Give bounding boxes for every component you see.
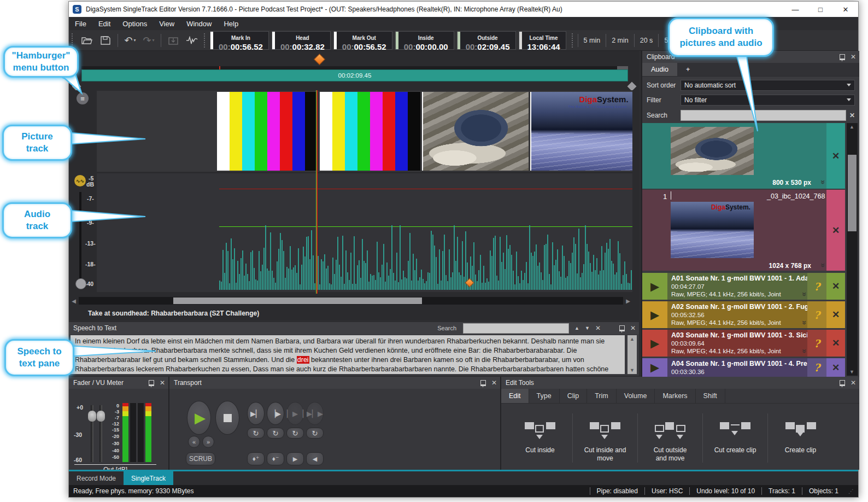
search-prev-icon[interactable]: ▲ bbox=[574, 325, 579, 331]
edit-tools-tab-clip[interactable]: Clip bbox=[560, 389, 588, 403]
speech-scrollbar[interactable]: ▲▼ bbox=[627, 335, 637, 374]
picture-thumb-colorbars-1[interactable] bbox=[217, 92, 318, 171]
hscroll-thumb[interactable] bbox=[173, 297, 422, 304]
sort-order-dropdown[interactable]: No automatic sort bbox=[681, 80, 855, 91]
play-button[interactable]: ▶ bbox=[187, 401, 211, 435]
time-field-local-time[interactable]: Local Time13:06:44 bbox=[519, 31, 566, 50]
waveform-tool-icon[interactable] bbox=[184, 33, 200, 48]
toolbar-grip-3[interactable] bbox=[572, 33, 575, 48]
timeline-range-bar[interactable]: 00:02:09.45 bbox=[81, 69, 628, 81]
clipboard-item-audio-a01[interactable]: ▶ A01 Sonate Nr. 1 g-moll BWV 1001 - 1. … bbox=[642, 273, 845, 300]
prev-marker-button[interactable]: ◀ bbox=[306, 452, 324, 465]
remove-marker-button[interactable]: ♦⁻ bbox=[267, 452, 284, 465]
clipboard-scroll-thumb[interactable] bbox=[848, 155, 857, 231]
zoom-5min-button[interactable]: 5 min bbox=[578, 34, 606, 47]
clipboard-thumb-digasystem[interactable]: DigaSystem. bbox=[671, 202, 754, 258]
search-clear-icon[interactable]: ✕ bbox=[595, 324, 601, 332]
menu-edit[interactable]: Edit bbox=[92, 17, 116, 30]
speech-search-input[interactable] bbox=[463, 323, 569, 334]
picture-thumb-digasystem[interactable]: DigaSystem. The Radio & TV Operating Sys… bbox=[530, 92, 632, 171]
hscroll-left-arrow[interactable]: ◀ bbox=[69, 298, 79, 304]
fader-close-icon[interactable]: ✕ bbox=[160, 379, 165, 387]
expand-chevron-icon[interactable]: « bbox=[799, 349, 807, 353]
forward-button[interactable]: » bbox=[202, 436, 214, 448]
zoom-2min-button[interactable]: 2 min bbox=[606, 34, 634, 47]
open-file-icon[interactable] bbox=[79, 33, 95, 48]
fader-knob-left[interactable] bbox=[88, 411, 96, 422]
audio-waveform[interactable] bbox=[219, 224, 632, 290]
clipboard-thumb-lizard[interactable] bbox=[671, 127, 754, 175]
edit-tools-pin-icon[interactable] bbox=[840, 380, 845, 386]
hscroll-track[interactable] bbox=[79, 297, 623, 305]
rewind-button[interactable]: « bbox=[188, 436, 200, 448]
picture-track[interactable]: DigaSystem. The Radio & TV Operating Sys… bbox=[97, 91, 632, 172]
play-item-icon[interactable]: ▶ bbox=[642, 273, 667, 300]
edit-tools-tab-markers[interactable]: Markers bbox=[655, 389, 695, 403]
minimize-button[interactable]: — bbox=[783, 2, 808, 17]
expand-chevron-icon[interactable]: « bbox=[818, 263, 826, 267]
prelisten-ear-icon[interactable]: ? bbox=[807, 358, 826, 377]
maximize-button[interactable]: □ bbox=[808, 2, 833, 17]
clipboard-item-audio-a02[interactable]: ▶ A02 Sonate Nr. 1 g-moll BWV 1001 - 2. … bbox=[642, 301, 845, 328]
delete-item-icon[interactable]: ✕ bbox=[826, 358, 845, 377]
time-field-mark-in[interactable]: Mark In00:00:56.52 bbox=[210, 31, 269, 50]
tab-singletrack[interactable]: SingleTrack bbox=[124, 471, 173, 485]
tool-cut-inside[interactable]: Cut inside bbox=[508, 413, 573, 463]
scroll-down-icon[interactable]: ▼ bbox=[849, 369, 854, 375]
picture-thumb-lizard[interactable] bbox=[422, 92, 529, 171]
filter-dropdown[interactable]: No filter bbox=[681, 95, 855, 106]
save-icon[interactable] bbox=[97, 33, 114, 48]
menu-window[interactable]: Window bbox=[180, 17, 218, 30]
delete-item-icon[interactable]: ✕ bbox=[826, 330, 845, 357]
edit-tools-tab-trim[interactable]: Trim bbox=[587, 389, 617, 403]
speech-scroll-down-icon[interactable]: ▼ bbox=[630, 367, 635, 373]
audio-volume-slider-track[interactable] bbox=[79, 192, 81, 283]
add-marker-button[interactable]: ♦⁺ bbox=[247, 452, 265, 465]
loop-button-1[interactable]: ↻ bbox=[247, 428, 265, 439]
close-button[interactable]: ✕ bbox=[833, 2, 858, 17]
play-item-icon[interactable]: ▶ bbox=[642, 358, 667, 377]
clipboard-item-audio-a04[interactable]: ▶ A04 Sonate Nr. 1 g-moll BWV 1001 - 4. … bbox=[642, 358, 845, 377]
edit-tools-tab-type[interactable]: Type bbox=[529, 389, 560, 403]
tab-record-mode[interactable]: Record Mode bbox=[69, 471, 124, 485]
edit-tools-close-icon[interactable]: ✕ bbox=[851, 379, 856, 387]
transport-close-icon[interactable]: ✕ bbox=[491, 379, 497, 387]
clipboard-search-clear-icon[interactable]: ✕ bbox=[849, 112, 855, 119]
delete-item-icon[interactable]: ✕ bbox=[826, 301, 845, 328]
transport-pin-icon[interactable] bbox=[480, 380, 486, 386]
delete-item-icon[interactable]: ✕ bbox=[826, 190, 845, 271]
fader-knob-right[interactable] bbox=[97, 411, 105, 422]
play-from-mark-button[interactable]: ▕▶ bbox=[267, 402, 284, 425]
clipboard-item-audio-a03[interactable]: ▶ A03 Sonate Nr. 1 g-moll BWV 1001 - 3. … bbox=[642, 330, 845, 357]
menu-options[interactable]: Options bbox=[116, 17, 153, 30]
hscroll-right-arrow[interactable]: ▶ bbox=[623, 298, 633, 304]
timeline-right-handle[interactable] bbox=[627, 82, 637, 91]
time-field-inside[interactable]: Inside00:00:00.00 bbox=[395, 31, 454, 50]
time-field-head[interactable]: Head00:00:32.82 bbox=[272, 31, 331, 50]
audio-track[interactable] bbox=[97, 173, 632, 292]
picture-thumb-colorbars-2[interactable] bbox=[320, 92, 420, 171]
clipboard-close-icon[interactable]: ✕ bbox=[851, 53, 856, 61]
edit-tools-tab-volume[interactable]: Volume bbox=[617, 389, 655, 403]
play-to-mark-button[interactable]: ▶▏ bbox=[247, 402, 265, 425]
menu-file[interactable]: File bbox=[69, 17, 92, 30]
edit-tools-tab-shift[interactable]: Shift bbox=[696, 389, 725, 403]
resize-grip[interactable]: ⋰ bbox=[848, 488, 854, 494]
loop-button-4[interactable]: ↻ bbox=[306, 428, 324, 439]
prelisten-ear-icon[interactable]: ? bbox=[807, 301, 826, 328]
loop-button-3[interactable]: ↻ bbox=[286, 428, 304, 439]
clipboard-tab-audio[interactable]: Audio bbox=[642, 63, 677, 76]
delete-item-icon[interactable]: ✕ bbox=[826, 273, 845, 300]
tool-cut-create-clip[interactable]: Cut create clip bbox=[703, 413, 768, 463]
tool-create-clip[interactable]: Create clip bbox=[768, 413, 833, 463]
clipboard-item-picture-2[interactable]: 1 _03_ibc_1024_768 DigaSystem. 1024 x 76… bbox=[642, 190, 845, 271]
speech-close-icon[interactable]: ✕ bbox=[630, 324, 636, 332]
next-marker-button[interactable]: ▶ bbox=[286, 452, 304, 465]
time-field-mark-out[interactable]: Mark Out00:00:56.52 bbox=[333, 31, 392, 50]
prelisten-ear-icon[interactable]: ? bbox=[807, 330, 826, 357]
play-item-icon[interactable]: ▶ bbox=[642, 330, 667, 357]
toolbar-grip[interactable] bbox=[72, 33, 75, 48]
expand-chevron-icon[interactable]: « bbox=[799, 320, 807, 325]
tool-cut-outside-and-move[interactable]: Cut outsideand move bbox=[638, 413, 703, 463]
clipboard-tab-add[interactable]: + bbox=[677, 63, 699, 76]
